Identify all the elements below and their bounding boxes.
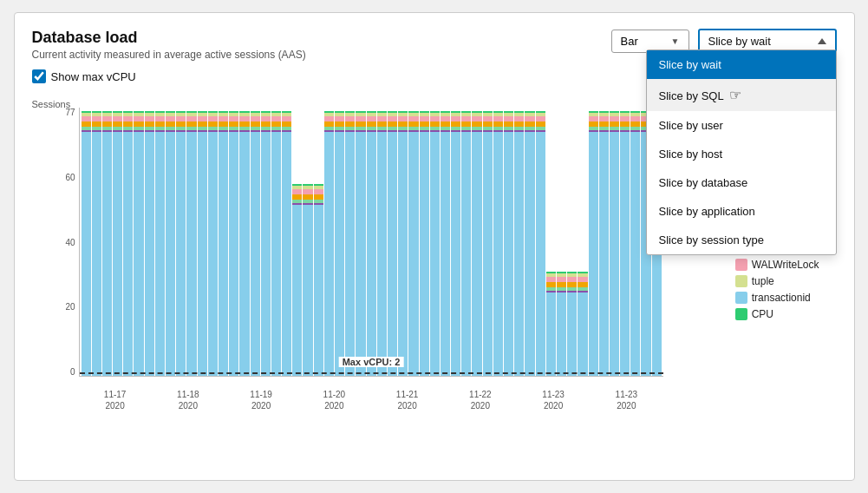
bar-group — [82, 108, 91, 376]
x-tick-0: 11-172020 — [104, 389, 127, 411]
x-tick-5: 11-222020 — [469, 389, 492, 411]
bar-group — [186, 108, 196, 376]
dropdown-item-application[interactable]: Slice by application — [647, 197, 836, 226]
legend-item-8: transactionid — [735, 292, 819, 304]
legend-item-9: CPU — [735, 308, 819, 320]
bar-group — [461, 108, 471, 376]
y-tick-60: 60 — [56, 173, 75, 182]
bar-group — [610, 108, 619, 376]
chart-type-arrow-icon: ▼ — [671, 36, 680, 46]
x-tick-3: 11-202020 — [323, 389, 346, 411]
dropdown-item-session-type[interactable]: Slice by session type — [647, 226, 836, 254]
bar-group — [620, 108, 630, 376]
chart-inner: Max vCPU: 2 — [79, 108, 663, 377]
bar-group — [219, 108, 228, 376]
bar-group — [198, 108, 207, 376]
bar-group — [367, 108, 376, 376]
x-tick-2: 11-192020 — [250, 389, 272, 411]
y-tick-20: 20 — [56, 302, 75, 312]
bar-group — [430, 108, 440, 376]
legend-label-7: tuple — [752, 275, 774, 287]
bar-group — [356, 108, 365, 376]
bar-group — [536, 108, 545, 376]
bar-group — [123, 108, 133, 376]
bar-group — [525, 108, 534, 376]
dropdown-item-host[interactable]: Slice by host — [647, 140, 836, 168]
bar-group — [303, 108, 312, 376]
dropdown-item-user[interactable]: Slice by user — [647, 111, 836, 140]
x-tick-1: 11-182020 — [177, 389, 199, 411]
database-load-card: Database load Current activity measured … — [14, 12, 855, 481]
show-max-vcpu-checkbox[interactable] — [32, 69, 46, 83]
bar-group — [589, 108, 598, 376]
dropdown-item-wait[interactable]: Slice by wait — [647, 50, 836, 79]
bar-group — [282, 108, 291, 376]
x-tick-6: 11-232020 — [542, 389, 565, 411]
x-axis: 11-17202011-18202011-19202011-20202011-2… — [79, 389, 663, 411]
bar-group — [493, 108, 503, 376]
bar-group — [420, 108, 429, 376]
bar-group — [113, 108, 122, 376]
y-tick-40: 40 — [56, 238, 75, 247]
bar-group — [472, 108, 481, 376]
bar-group — [166, 108, 175, 376]
slice-dropdown-label: Slice by wait — [708, 35, 771, 48]
bar-group — [388, 108, 397, 376]
bar-group — [314, 108, 323, 376]
y-tick-0: 0 — [56, 367, 75, 377]
bar-group — [251, 108, 260, 376]
bar-group — [292, 108, 302, 376]
dropdown-item-sql[interactable]: Slice by SQL — [647, 79, 836, 111]
bar-group — [176, 108, 186, 376]
bar-group — [208, 108, 218, 376]
y-axis: 0 20 40 60 77 — [56, 108, 75, 377]
bar-group — [155, 108, 165, 376]
bar-group — [483, 108, 493, 376]
bar-group — [102, 108, 112, 376]
legend-color-8 — [735, 292, 747, 304]
bar-group — [408, 108, 418, 376]
bar-group — [377, 108, 387, 376]
show-max-vcpu-label: Show max vCPU — [51, 70, 136, 83]
legend-item-7: tuple — [735, 275, 819, 287]
bar-group — [599, 108, 609, 376]
y-tick-77: 77 — [56, 108, 75, 117]
bar-group — [271, 108, 281, 376]
chart-bars — [80, 108, 663, 376]
bar-group — [345, 108, 355, 376]
bar-group — [630, 108, 640, 376]
legend-label-6: WALWriteLock — [752, 259, 819, 271]
bar-group — [239, 108, 249, 376]
bar-group — [398, 108, 408, 376]
legend-label-8: transactionid — [752, 292, 811, 304]
legend-color-7 — [735, 275, 747, 287]
legend-item-6: WALWriteLock — [735, 259, 819, 271]
bar-group — [335, 108, 344, 376]
legend-color-9 — [735, 308, 747, 320]
bar-group — [578, 108, 587, 376]
bar-group — [229, 108, 238, 376]
legend-label-9: CPU — [752, 308, 773, 320]
x-tick-7: 11-232020 — [616, 389, 638, 411]
bar-group — [134, 108, 143, 376]
bar-group — [514, 108, 524, 376]
dropdown-item-database[interactable]: Slice by database — [647, 168, 836, 197]
x-tick-4: 11-212020 — [396, 389, 419, 411]
bar-group — [451, 108, 460, 376]
bar-group — [567, 108, 577, 376]
bar-group — [504, 108, 513, 376]
bar-group — [92, 108, 101, 376]
bar-group — [145, 108, 154, 376]
slice-dropdown-menu: Slice by wait Slice by SQL Slice by user… — [646, 49, 837, 255]
slice-dropdown-arrow-icon — [818, 38, 826, 44]
bar-group — [261, 108, 271, 376]
bar-group — [441, 108, 450, 376]
max-vcpu-label: Max vCPU: 2 — [339, 357, 404, 367]
max-vcpu-line — [80, 372, 663, 374]
legend-color-6 — [735, 259, 747, 271]
bar-group — [324, 108, 334, 376]
bar-group — [557, 108, 566, 376]
bar-group — [546, 108, 556, 376]
chart-type-label: Bar — [621, 35, 638, 48]
